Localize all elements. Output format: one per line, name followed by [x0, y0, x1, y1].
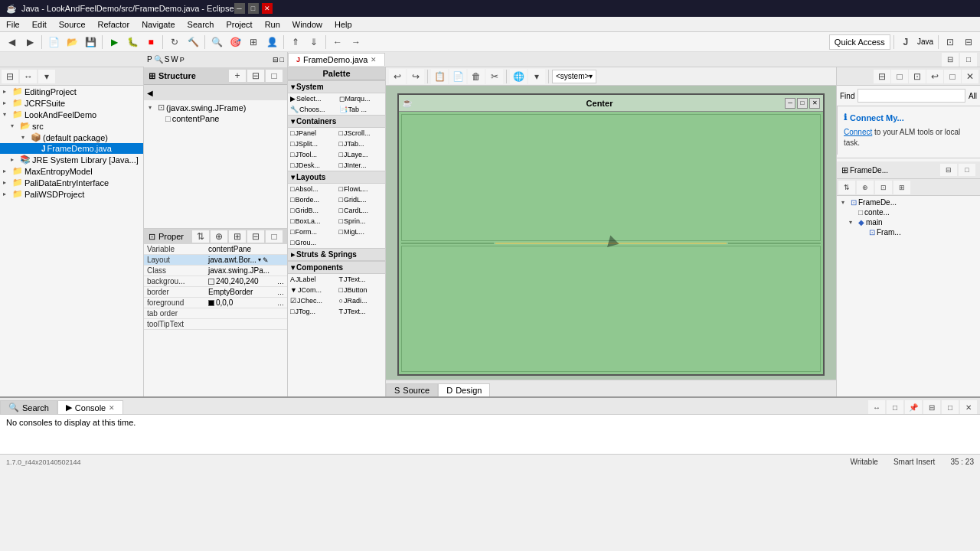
find-input[interactable] — [858, 89, 965, 103]
new-button[interactable]: 📄 — [45, 34, 62, 50]
canvas-preview-btn[interactable]: 🌐 — [510, 69, 527, 84]
palette-section-layouts[interactable]: ▾ Layouts — [288, 171, 385, 184]
south-panel[interactable] — [401, 246, 821, 373]
editor-minimize-btn[interactable]: ⊟ — [942, 53, 959, 67]
tree-item-default-package[interactable]: ▾ 📦 (default package) — [0, 132, 143, 143]
run-button[interactable]: ▶ — [106, 34, 122, 50]
right-btn1[interactable]: ⊟ — [874, 70, 890, 83]
tree-item-framedemo[interactable]: J FrameDemo.java — [0, 143, 143, 154]
profile-btn[interactable]: 👤 — [263, 34, 280, 50]
view-menu-btn[interactable]: ▾ — [38, 70, 55, 83]
right-btn6[interactable]: ✕ — [962, 70, 978, 83]
canvas-copy-btn[interactable]: 📋 — [431, 69, 448, 84]
bottom-link-btn[interactable]: ↔ — [868, 400, 885, 414]
close-button[interactable]: ✕ — [262, 3, 273, 14]
menu-edit[interactable]: Edit — [26, 18, 53, 31]
palette-jsplit[interactable]: □JSplit... — [288, 139, 337, 149]
palette-select[interactable]: ▶ Select... — [288, 93, 337, 104]
minimize-view-btn[interactable]: ⊟ — [960, 34, 977, 50]
right-btn4[interactable]: ↩ — [926, 70, 943, 83]
layout-btn[interactable]: ⊡ — [942, 34, 959, 50]
background-color-swatch[interactable] — [208, 279, 214, 285]
tree-item-editing-project[interactable]: ▸ 📁 EditingProject — [0, 86, 143, 97]
menu-source[interactable]: Source — [53, 18, 92, 31]
palette-migl[interactable]: □MigL... — [337, 227, 386, 237]
debug-button[interactable]: 🐛 — [124, 34, 141, 50]
target-btn[interactable]: 🎯 — [227, 34, 243, 50]
jframe-maximize-btn[interactable]: □ — [797, 98, 808, 109]
palette-section-system[interactable]: ▾ System — [288, 80, 385, 93]
max-view-btn[interactable]: □ — [280, 56, 284, 64]
canvas-undo-btn[interactable]: ↩ — [389, 69, 406, 84]
prop-btn3[interactable]: ⊞ — [229, 230, 246, 243]
menu-window[interactable]: Window — [286, 18, 328, 31]
palette-choose[interactable]: 🔧 Choos... — [288, 104, 337, 115]
forward-button[interactable]: ▶ — [21, 34, 38, 50]
fg-value[interactable]: 0,0,0 — [216, 298, 233, 307]
bottom-new-btn[interactable]: □ — [887, 400, 903, 414]
prev-anno-btn[interactable]: ⇑ — [287, 34, 304, 50]
palette-tab[interactable]: 📑 Tab ... — [337, 104, 386, 115]
palette-section-containers[interactable]: ▾ Containers — [288, 115, 385, 128]
bottom-pin-btn[interactable]: 📌 — [905, 400, 922, 414]
east-panel[interactable] — [728, 243, 821, 244]
palette-jtog[interactable]: □JTog... — [288, 306, 337, 317]
right-btn5[interactable]: □ — [944, 70, 961, 83]
palette-marque[interactable]: ◻ Marqu... — [337, 93, 386, 104]
palette-form[interactable]: □Form... — [288, 227, 337, 237]
design-tab[interactable]: D Design — [438, 383, 490, 396]
editor-maximize-btn[interactable]: □ — [960, 53, 977, 67]
more-btn[interactable]: … — [277, 278, 284, 285]
struct-item-contentpane[interactable]: □ contentPane — [145, 113, 286, 124]
connect-link[interactable]: Connect — [844, 128, 872, 136]
prop-value[interactable] — [205, 308, 287, 319]
collapse-all-btn[interactable]: ⊟ — [2, 70, 18, 83]
fg-more-btn[interactable]: … — [277, 299, 284, 307]
tree-item-lookandfeel[interactable]: ▾ 📁 LookAndFeelDemo — [0, 109, 143, 120]
border-more-btn[interactable]: … — [277, 289, 284, 296]
canvas-delete-btn[interactable]: 🗑 — [468, 69, 485, 84]
right-btn3[interactable]: ⊡ — [909, 70, 926, 83]
palette-sprin[interactable]: □Sprin... — [337, 216, 386, 227]
next-anno-btn[interactable]: ⇓ — [305, 34, 322, 50]
add-btn[interactable]: + — [229, 70, 246, 82]
palette-borde[interactable]: □Borde... — [288, 194, 337, 205]
right-btn2[interactable]: □ — [891, 70, 908, 83]
layout-value[interactable]: java.awt.Bor... — [208, 256, 256, 264]
palette-jtab[interactable]: □JTab... — [337, 139, 386, 149]
prop-btn1[interactable]: ⇅ — [192, 230, 209, 243]
palette-section-struts[interactable]: ▸ Struts & Springs — [288, 248, 385, 261]
build-button[interactable]: 🔨 — [185, 34, 201, 50]
palette-jtext2[interactable]: TJText... — [337, 306, 386, 317]
search-btn[interactable]: 🔍 — [208, 34, 225, 50]
palette-jcheck[interactable]: ☑JChec... — [288, 295, 337, 306]
outline-item-main[interactable]: ▾ ◆ main — [838, 217, 978, 227]
outline-max-btn[interactable]: □ — [959, 164, 975, 176]
struct-max-btn[interactable]: □ — [266, 70, 283, 82]
prop-value[interactable]: javax.swing.JPa... — [205, 266, 287, 276]
jframe-minimize-btn[interactable]: ─ — [785, 98, 795, 109]
design-canvas[interactable]: ☕ Center ─ □ ✕ — [386, 86, 836, 380]
system-dropdown[interactable]: <system> ▾ — [552, 70, 596, 83]
tab-close-btn[interactable]: ✕ — [371, 56, 377, 64]
palette-section-components[interactable]: ▾ Components — [288, 261, 385, 274]
menu-search[interactable]: Search — [181, 18, 220, 31]
tree-item-paliwsd[interactable]: ▸ 📁 PaliWSDProject — [0, 188, 143, 200]
bottom-min-btn[interactable]: ⊟ — [923, 400, 940, 414]
palette-jtext[interactable]: TJText... — [337, 274, 386, 285]
outline-item-fram[interactable]: ⊡ Fram... — [838, 227, 978, 237]
center-panel[interactable] — [495, 243, 727, 244]
outline-btn1[interactable]: ⇅ — [838, 181, 855, 194]
tree-item-maxentropy[interactable]: ▸ 📁 MaxEntropyModel — [0, 165, 143, 177]
canvas-redo-btn[interactable]: ↪ — [407, 69, 424, 84]
palette-jinter[interactable]: □JInter... — [337, 160, 386, 171]
tree-item-jre-library[interactable]: ▸ 📚 JRE System Library [Java...] — [0, 154, 143, 165]
bg-value[interactable]: 240,240,240 — [216, 277, 259, 285]
bottom-max-btn[interactable]: □ — [942, 400, 959, 414]
palette-jscroll[interactable]: □JScroll... — [337, 128, 386, 139]
outline-item-conte[interactable]: □ conte... — [838, 207, 978, 217]
open-button[interactable]: 📂 — [64, 34, 80, 50]
back-button[interactable]: ◀ — [3, 34, 20, 50]
canvas-paste-btn[interactable]: 📄 — [449, 69, 466, 84]
outline-min-btn[interactable]: ⊟ — [940, 164, 957, 176]
